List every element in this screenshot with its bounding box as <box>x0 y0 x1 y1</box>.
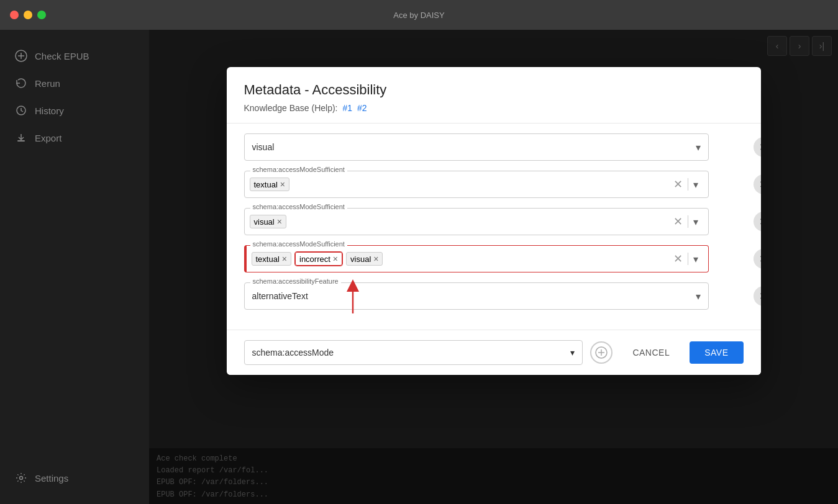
remove-field-feature-button[interactable]: ✕ <box>754 286 761 306</box>
app-layout: Check EPUB Rerun History <box>0 30 838 504</box>
main-content: ‹ › ›| Ace check complete Loaded report … <box>149 30 838 504</box>
multiselect-access-mode-2[interactable]: visual × ✕ ▾ <box>244 208 709 235</box>
dropdown-arrow-icon: ▾ <box>696 142 701 153</box>
titlebar: Ace by DAISY <box>0 0 838 30</box>
field-label-access-mode-3: schema:accessModeSufficient <box>250 240 347 248</box>
visual-dropdown[interactable]: visual ▾ <box>244 133 709 161</box>
remove-field-access-mode-1-button[interactable]: ✕ <box>754 174 761 194</box>
field-label-accessibility-feature: schema:accessibilityFeature <box>250 277 341 285</box>
dropdown-open-icon-1[interactable]: ▾ <box>688 179 703 191</box>
modal-body: visual ▾ ✕ schema:accessModeSufficient t… <box>227 124 761 330</box>
tag-visual-3: visual × <box>346 252 383 266</box>
sidebar-label-settings: Settings <box>35 473 68 484</box>
multiselect-controls-1: ✕ ▾ <box>668 178 703 191</box>
modal-overlay: Metadata - Accessibility Knowledge Base … <box>149 30 838 504</box>
sidebar-item-rerun[interactable]: Rerun <box>0 70 149 97</box>
sidebar-label-rerun: Rerun <box>35 78 60 89</box>
field-label-access-mode-1: schema:accessModeSufficient <box>250 166 347 173</box>
rerun-icon <box>15 77 27 89</box>
svg-rect-4 <box>17 140 25 142</box>
tag-remove-incorrect-3[interactable]: × <box>333 254 338 264</box>
plus-icon <box>15 50 27 62</box>
cancel-button[interactable]: CANCEL <box>620 343 682 362</box>
kb-label: Knowledge Base (Help): <box>244 103 338 113</box>
footer-dropdown-arrow-icon: ▾ <box>570 348 575 358</box>
sidebar-label-check-epub: Check EPUB <box>35 51 89 61</box>
clear-icon-1[interactable]: ✕ <box>668 178 688 191</box>
sidebar-item-export[interactable]: Export <box>0 124 149 151</box>
settings-icon <box>15 472 27 484</box>
clear-icon-2[interactable]: ✕ <box>668 215 688 228</box>
history-icon <box>15 104 27 117</box>
modal-header: Metadata - Accessibility Knowledge Base … <box>227 67 761 124</box>
tag-text: textual <box>254 180 278 189</box>
knowledge-base-section: Knowledge Base (Help): #1 #2 <box>244 103 744 113</box>
tag-text: visual <box>350 254 371 264</box>
window-controls <box>10 11 46 19</box>
field-group-accessibility-feature: schema:accessibilityFeature alternativeT… <box>244 282 744 310</box>
export-icon <box>15 132 27 144</box>
app-title: Ace by DAISY <box>393 11 444 20</box>
dropdown-open-icon-3[interactable]: ▾ <box>688 253 703 265</box>
kb-link-1[interactable]: #1 <box>342 103 352 113</box>
modal-footer: schema:accessMode ▾ CANCEL SAVE <box>227 330 761 375</box>
multiselect-controls-2: ✕ ▾ <box>668 215 703 228</box>
sidebar-label-history: History <box>35 106 64 116</box>
close-button[interactable] <box>10 11 19 19</box>
add-field-button[interactable] <box>590 341 613 364</box>
visual-dropdown-value: visual <box>252 142 275 152</box>
tag-text-incorrect: incorrect <box>299 254 330 264</box>
field-group-visual: visual ▾ ✕ <box>244 133 744 161</box>
accessibility-feature-value: alternativeText <box>252 291 308 301</box>
metadata-modal: Metadata - Accessibility Knowledge Base … <box>227 67 761 375</box>
footer-dropdown-value: schema:accessMode <box>252 348 334 358</box>
tag-textual-1: textual × <box>250 178 290 191</box>
sidebar: Check EPUB Rerun History <box>0 30 149 504</box>
tag-remove-visual-3[interactable]: × <box>373 254 378 264</box>
sidebar-item-history[interactable]: History <box>0 97 149 124</box>
tag-textual-3: textual × <box>252 252 292 266</box>
kb-link-2[interactable]: #2 <box>357 103 367 113</box>
field-group-access-mode-3: schema:accessModeSufficient textual × in… <box>244 245 744 272</box>
field-group-access-mode-1: schema:accessModeSufficient textual × ✕ … <box>244 171 744 198</box>
tag-remove-visual-2[interactable]: × <box>277 217 282 227</box>
tag-incorrect-3: incorrect × <box>295 252 342 266</box>
field-group-access-mode-2: schema:accessModeSufficient visual × ✕ ▾ <box>244 208 744 235</box>
tag-remove-textual-1[interactable]: × <box>280 179 285 189</box>
remove-field-access-mode-2-button[interactable]: ✕ <box>754 212 761 232</box>
tag-text: textual <box>256 254 280 264</box>
remove-field-visual-button[interactable]: ✕ <box>754 137 761 157</box>
multiselect-controls-3: ✕ ▾ <box>668 252 703 266</box>
dropdown-arrow-icon-feature: ▾ <box>696 290 701 302</box>
remove-field-access-mode-3-button[interactable]: ✕ <box>754 249 761 269</box>
minimize-button[interactable] <box>24 11 32 19</box>
sidebar-label-export: Export <box>35 133 61 143</box>
multiselect-access-mode-3[interactable]: textual × incorrect × visual × <box>244 245 709 272</box>
sidebar-item-settings[interactable]: Settings <box>0 464 149 492</box>
tag-remove-textual-3[interactable]: × <box>282 254 287 264</box>
footer-schema-dropdown[interactable]: schema:accessMode ▾ <box>244 340 583 365</box>
accessibility-feature-dropdown[interactable]: alternativeText ▾ <box>244 282 709 310</box>
clear-icon-3[interactable]: ✕ <box>668 252 688 266</box>
modal-title: Metadata - Accessibility <box>244 82 744 98</box>
svg-point-5 <box>20 477 23 480</box>
tag-text: visual <box>254 217 275 227</box>
save-button[interactable]: SAVE <box>690 341 743 364</box>
dropdown-open-icon-2[interactable]: ▾ <box>688 216 703 228</box>
field-label-access-mode-2: schema:accessModeSufficient <box>250 203 347 210</box>
multiselect-access-mode-1[interactable]: textual × ✕ ▾ <box>244 171 709 198</box>
sidebar-item-check-epub[interactable]: Check EPUB <box>0 42 149 70</box>
tag-visual-2: visual × <box>250 215 286 228</box>
maximize-button[interactable] <box>37 11 46 19</box>
